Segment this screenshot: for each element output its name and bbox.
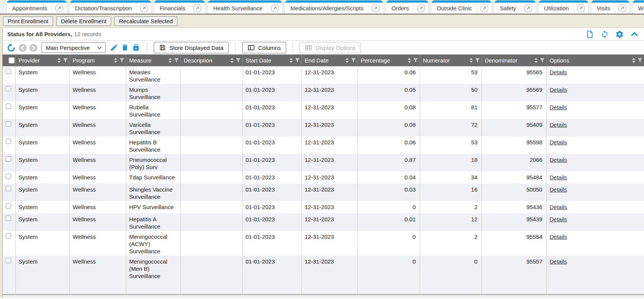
open-in-new-icon[interactable] [574,4,588,13]
filter-funnel-icon[interactable] [413,58,418,63]
cell-end: 12-31-2023 [301,171,357,184]
sort-arrows-icon[interactable] [346,58,349,63]
filter-funnel-icon[interactable] [475,58,480,63]
details-link[interactable]: Details [550,216,567,222]
filter-funnel-icon[interactable] [351,58,356,63]
details-link[interactable]: Details [550,233,567,240]
column-header[interactable]: Options [546,54,644,66]
module-tab[interactable]: Safety [494,0,536,14]
module-tab[interactable]: Dictation/Transcription [70,0,151,14]
row-checkbox[interactable] [6,139,11,144]
open-in-new-icon[interactable] [369,4,383,13]
filter-funnel-icon[interactable] [540,58,545,63]
column-header[interactable]: End Date [301,54,357,66]
sort-arrows-icon[interactable] [290,58,293,63]
row-checkbox[interactable] [6,174,11,179]
status-title: Status for All Providers, [7,31,72,37]
row-checkbox[interactable] [6,69,11,74]
details-link[interactable]: Details [550,258,567,265]
open-in-new-icon[interactable] [521,4,536,13]
column-header[interactable]: Percentage [357,54,420,66]
undo-icon[interactable] [6,43,16,53]
module-tab[interactable]: Outside Clinic [431,0,492,14]
column-header[interactable]: Denominator [481,54,546,66]
module-tab[interactable]: Orders [386,0,428,14]
columns-button[interactable]: Columns [242,42,286,53]
perspective-select[interactable]: Main Perspective [42,42,106,53]
column-header[interactable]: Numerator [420,54,481,66]
details-link[interactable]: Details [550,204,567,210]
details-link[interactable]: Details [550,157,567,163]
module-tab[interactable]: Medications/Allergies/Scripts [285,0,383,14]
action-button[interactable]: Recalculate Selected [114,16,177,26]
column-header-label: Options [550,57,630,64]
column-header[interactable]: Start Date [242,54,301,66]
filter-funnel-icon[interactable] [174,58,179,63]
filter-funnel-icon[interactable] [63,58,68,63]
row-checkbox[interactable] [6,233,11,238]
open-in-new-icon[interactable] [190,4,205,13]
open-in-new-icon[interactable] [137,4,151,13]
action-button[interactable]: Delete Enrollment [56,16,111,26]
sort-arrows-icon[interactable] [408,58,411,63]
cell-provider: System [15,66,69,84]
sort-arrows-icon[interactable] [470,58,473,63]
details-link[interactable]: Details [550,104,567,110]
details-link[interactable]: Details [550,139,567,146]
details-link[interactable]: Details [550,86,567,93]
sort-arrows-icon[interactable] [58,58,61,63]
module-tab[interactable]: Appointments [7,0,67,14]
details-link[interactable]: Details [550,174,567,181]
column-header[interactable]: Description [180,54,242,66]
row-checkbox[interactable] [6,216,11,221]
column-header[interactable]: Program [69,54,126,66]
filter-funnel-icon[interactable] [236,58,241,63]
edit-pencil-icon[interactable] [110,43,118,52]
filter-funnel-icon[interactable] [638,58,642,63]
select-all-checkbox[interactable] [9,58,14,63]
row-checkbox[interactable] [6,86,11,91]
sort-arrows-icon[interactable] [230,58,233,63]
sort-arrows-icon[interactable] [114,58,117,63]
tab-label: Visits [591,5,615,11]
open-in-new-icon[interactable] [267,4,282,13]
open-in-new-icon[interactable] [414,4,428,13]
sort-arrows-icon[interactable] [169,58,172,63]
refresh-icon[interactable] [601,30,609,38]
row-checkbox[interactable] [6,203,11,209]
sort-arrows-icon[interactable] [632,58,635,63]
row-checkbox[interactable] [6,156,11,161]
store-displayed-data-button[interactable]: Store Displayed Data [154,42,229,53]
sort-arrows-icon[interactable] [535,58,538,63]
forward-button[interactable] [29,44,37,52]
gear-icon[interactable] [615,30,624,38]
module-tab[interactable]: Financials [154,0,205,14]
lock-icon[interactable] [132,43,140,52]
column-header[interactable]: Measure [126,54,180,66]
module-tab[interactable]: Utilization [539,0,588,14]
details-link[interactable]: Details [550,69,567,75]
open-in-new-icon[interactable] [615,4,630,13]
module-tab[interactable]: Visits [591,0,630,14]
column-header[interactable]: Provider [15,54,69,66]
trash-icon[interactable] [121,43,129,52]
details-link[interactable]: Details [550,186,567,193]
row-checkbox[interactable] [6,104,11,109]
details-link[interactable]: Details [550,122,567,128]
cell-program: Wellness [69,66,126,84]
module-tab[interactable]: Health Surveillance [208,0,282,14]
blank-page-icon[interactable] [586,30,594,38]
row-checkbox[interactable] [6,121,11,126]
row-checkbox[interactable] [6,258,11,263]
horizontal-scrollbar[interactable] [3,294,644,298]
open-in-new-icon[interactable] [52,4,67,13]
cell-program: Wellness [69,136,126,154]
collapse-chevron-up-icon[interactable] [630,30,639,38]
module-tab[interactable]: WR Case Mgmt [633,0,644,14]
filter-funnel-icon[interactable] [295,58,300,63]
action-button[interactable]: Print Enrollment [3,16,53,26]
open-in-new-icon[interactable] [477,4,491,13]
back-button[interactable] [19,44,27,52]
row-checkbox[interactable] [6,186,11,191]
filter-funnel-icon[interactable] [119,58,124,63]
